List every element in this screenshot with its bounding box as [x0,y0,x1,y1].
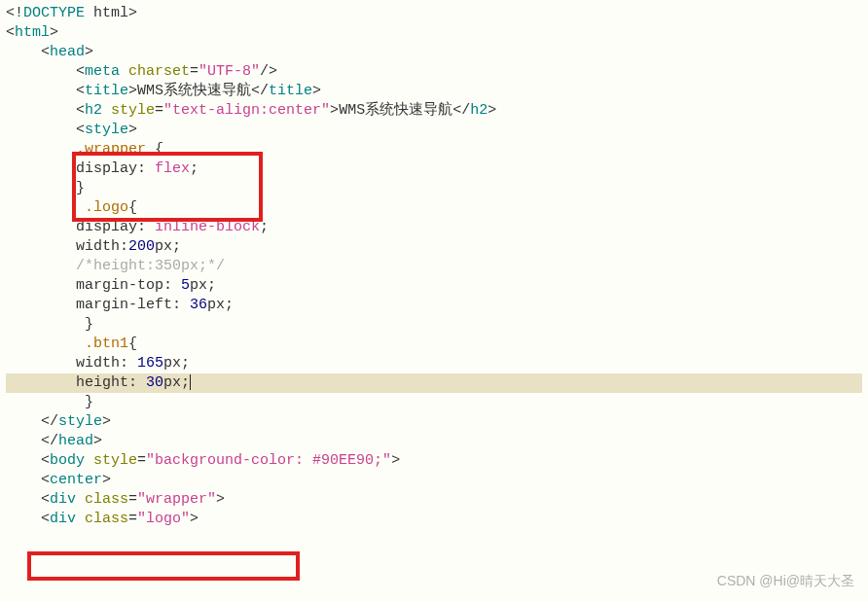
code-block: <!DOCTYPE html> <html> <head> <meta char… [0,0,868,533]
highlight-box-wrapper-div [27,551,300,581]
watermark: CSDN @Hi@晴天大圣 [717,571,854,590]
